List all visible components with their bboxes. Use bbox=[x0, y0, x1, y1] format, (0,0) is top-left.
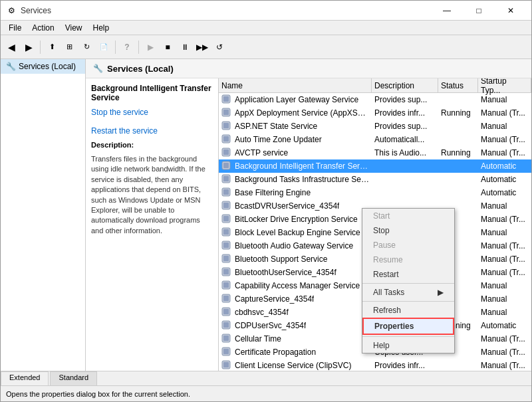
service-name-cell: ASP.NET State Service bbox=[219, 121, 372, 132]
context-menu-separator bbox=[362, 301, 454, 302]
window-title: Services bbox=[21, 6, 432, 15]
service-status-cell: Running bbox=[438, 148, 478, 157]
service-name-cell: Bluetooth Audio Gateway Service bbox=[219, 241, 372, 251]
tab-standard[interactable]: Standard bbox=[50, 371, 97, 385]
app-icon: ⚙ bbox=[6, 5, 17, 16]
service-name-cell: Certificate Propagation bbox=[219, 347, 372, 357]
service-name-cell: CaptureService_4354f bbox=[219, 294, 372, 304]
service-row[interactable]: Background Tasks Infrastructure Service … bbox=[219, 173, 531, 186]
context-menu-item-start: Start bbox=[362, 209, 454, 223]
service-startup-cell: Manual bbox=[478, 228, 531, 237]
service-name-cell: BitLocker Drive Encryption Service bbox=[219, 214, 372, 225]
service-description: Transfers files in the background using … bbox=[91, 154, 213, 236]
column-headers: Name Description Status Startup Typ... bbox=[219, 78, 531, 93]
service-row-icon bbox=[221, 108, 232, 118]
show-hide-button[interactable]: ⊞ bbox=[61, 39, 77, 55]
service-row-icon bbox=[221, 360, 232, 371]
context-menu-item-resume: Resume bbox=[362, 252, 454, 267]
tab-extended[interactable]: Extended bbox=[1, 371, 49, 386]
menu-file[interactable]: File bbox=[3, 22, 27, 34]
service-desc-cell: Provides infr... bbox=[372, 108, 438, 118]
service-desc-cell: This is Audio... bbox=[372, 148, 438, 157]
service-startup-cell: Manual bbox=[478, 201, 531, 211]
toolbar-sep-2 bbox=[115, 41, 116, 54]
maximize-button[interactable]: □ bbox=[464, 1, 494, 21]
service-row[interactable]: ASP.NET State Service Provides sup... Ma… bbox=[219, 120, 531, 133]
stop-service-button[interactable]: ■ bbox=[160, 39, 176, 55]
up-button[interactable]: ⬆ bbox=[44, 39, 60, 55]
context-menu-item-help[interactable]: Help bbox=[362, 338, 454, 353]
service-row[interactable]: Background Intelligent Transfer Service … bbox=[219, 159, 531, 173]
service-startup-cell: Manual (Tr... bbox=[478, 361, 531, 370]
context-menu-item-restart[interactable]: Restart bbox=[362, 267, 454, 282]
service-startup-cell: Manual bbox=[478, 308, 531, 317]
svg-rect-27 bbox=[223, 269, 229, 274]
service-desc-cell: Provides infr... bbox=[372, 361, 438, 370]
svg-rect-9 bbox=[223, 150, 229, 155]
service-startup-cell: Manual (Tr... bbox=[478, 254, 531, 264]
service-startup-cell: Automatic bbox=[478, 161, 531, 171]
svg-rect-41 bbox=[223, 362, 229, 367]
context-menu-separator bbox=[362, 336, 454, 337]
close-button[interactable]: ✕ bbox=[495, 1, 526, 21]
col-header-name[interactable]: Name bbox=[219, 78, 372, 92]
service-row[interactable]: Client License Service (ClipSVC) Provide… bbox=[219, 359, 531, 371]
resume-service-button[interactable]: ▶▶ bbox=[194, 39, 210, 55]
service-desc-cell: Automaticall... bbox=[372, 135, 438, 144]
restart-service-button[interactable]: ↺ bbox=[211, 39, 227, 55]
service-row[interactable]: AppX Deployment Service (AppXSVC) Provid… bbox=[219, 106, 531, 120]
service-name-cell: Block Level Backup Engine Service bbox=[219, 227, 372, 238]
service-startup-cell: Manual (Tr... bbox=[478, 241, 531, 251]
svg-rect-21 bbox=[223, 229, 229, 235]
window-controls: — □ ✕ bbox=[432, 1, 526, 21]
svg-rect-39 bbox=[223, 349, 229, 354]
svg-rect-1 bbox=[223, 96, 229, 102]
col-header-status[interactable]: Status bbox=[438, 78, 478, 92]
stop-service-link[interactable]: Stop the service bbox=[91, 108, 148, 117]
service-name-cell: Application Layer Gateway Service bbox=[219, 94, 372, 105]
submenu-arrow-icon: ▶ bbox=[438, 288, 444, 297]
svg-rect-29 bbox=[223, 282, 229, 288]
service-startup-cell: Manual (Tr... bbox=[478, 215, 531, 224]
context-menu-item-all-tasks[interactable]: All Tasks▶ bbox=[362, 285, 454, 300]
col-header-desc[interactable]: Description bbox=[372, 78, 438, 92]
svg-rect-37 bbox=[223, 336, 229, 341]
service-startup-cell: Automatic bbox=[478, 175, 531, 184]
help-button[interactable]: ? bbox=[119, 39, 135, 55]
context-menu-item-stop[interactable]: Stop bbox=[362, 223, 454, 238]
service-startup-cell: Manual (Tr... bbox=[478, 334, 531, 344]
status-bar: Opens the properties dialog box for the … bbox=[1, 385, 531, 401]
service-name-cell: CDPUserSvc_4354f bbox=[219, 320, 372, 331]
service-row[interactable]: Application Layer Gateway Service Provid… bbox=[219, 93, 531, 106]
service-row-icon bbox=[221, 267, 232, 278]
service-row-icon bbox=[221, 187, 232, 198]
col-header-startup[interactable]: Startup Typ... bbox=[478, 78, 531, 92]
svg-rect-17 bbox=[223, 203, 229, 208]
tabs-bar: Extended Standard bbox=[1, 371, 531, 385]
menu-help[interactable]: Help bbox=[88, 22, 115, 34]
tree-item-icon: 🔧 bbox=[6, 62, 16, 71]
tree-item-label: Services (Local) bbox=[19, 62, 76, 71]
service-startup-cell: Manual bbox=[478, 95, 531, 104]
service-name-cell: AppX Deployment Service (AppXSVC) bbox=[219, 108, 372, 118]
back-button[interactable]: ◀ bbox=[3, 39, 19, 55]
service-row-icon bbox=[221, 334, 232, 344]
refresh-button[interactable]: ↻ bbox=[78, 39, 94, 55]
service-row[interactable]: Base Filtering Engine Automatic bbox=[219, 186, 531, 199]
start-service-button[interactable]: ▶ bbox=[142, 39, 158, 55]
menu-view[interactable]: View bbox=[60, 22, 88, 34]
menu-action[interactable]: Action bbox=[27, 22, 59, 34]
service-row[interactable]: AVCTP service This is Audio... Running M… bbox=[219, 146, 531, 159]
service-desc-cell: Provides sup... bbox=[372, 122, 438, 131]
export-button[interactable]: 📄 bbox=[96, 39, 112, 55]
context-menu-item-refresh[interactable]: Refresh bbox=[362, 303, 454, 318]
service-row[interactable]: Auto Time Zone Updater Automaticall... M… bbox=[219, 133, 531, 146]
restart-service-link[interactable]: Restart the service bbox=[91, 126, 158, 136]
tree-item-services-local[interactable]: 🔧 Services (Local) bbox=[1, 59, 85, 74]
pause-service-button[interactable]: ⏸ bbox=[177, 39, 193, 55]
minimize-button[interactable]: — bbox=[432, 1, 462, 21]
context-menu-item-properties[interactable]: Properties bbox=[362, 318, 454, 335]
svg-rect-35 bbox=[223, 322, 229, 328]
service-startup-cell: Manual (Tr... bbox=[478, 108, 531, 118]
forward-button[interactable]: ▶ bbox=[21, 39, 37, 55]
